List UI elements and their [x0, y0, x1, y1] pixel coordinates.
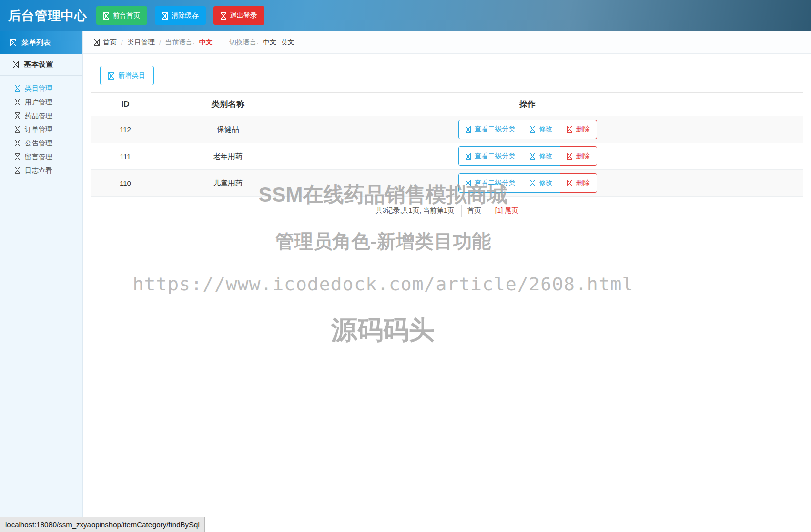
- delete-button[interactable]: 删除: [560, 173, 597, 193]
- sidebar: 菜单列表 基本设置 类目管理用户管理药品管理订单管理公告管理留言管理日志查看: [0, 31, 83, 532]
- header-buttons: 前台首页 清除缓存 退出登录: [96, 6, 264, 25]
- category-table-head: ID 类别名称 操作: [91, 93, 803, 116]
- view-subcategory-label: 查看二级分类: [475, 152, 516, 161]
- menu-item-icon: [15, 99, 20, 105]
- category-name: 保健品: [160, 116, 296, 143]
- edit-icon: [530, 126, 535, 133]
- breadcrumb-home-link[interactable]: 首页: [94, 38, 117, 47]
- add-category-label: 新增类目: [118, 71, 145, 80]
- category-id: 111: [91, 143, 160, 170]
- edit-button[interactable]: 修改: [523, 173, 560, 193]
- sidebar-item[interactable]: 公告管理: [0, 136, 82, 150]
- view-subcategory-label: 查看二级分类: [475, 125, 516, 134]
- breadcrumb-home-label: 首页: [103, 38, 117, 47]
- menu-item-icon: [15, 153, 20, 160]
- refresh-icon: [162, 12, 168, 20]
- card-toolbar: 新增类目: [91, 59, 803, 92]
- column-header-id: ID: [91, 93, 160, 116]
- plus-icon: [108, 72, 114, 80]
- sidebar-item[interactable]: 留言管理: [0, 150, 82, 164]
- delete-icon: [567, 153, 572, 160]
- clear-cache-label: 清除缓存: [171, 11, 199, 20]
- delete-button[interactable]: 删除: [560, 146, 597, 166]
- frontend-home-label: 前台首页: [113, 11, 140, 20]
- main-area: 首页 / 类目管理 / 当前语言: 中文 切换语言: 中文 英文 新增类目 ID…: [83, 31, 811, 532]
- sidebar-item[interactable]: 用户管理: [0, 95, 82, 109]
- category-actions-cell: 查看二级分类修改删除: [296, 143, 803, 170]
- column-header-name: 类别名称: [160, 93, 296, 116]
- home-icon: [103, 12, 109, 20]
- category-name: 儿童用药: [160, 170, 296, 197]
- sidebar-menu-header: 菜单列表: [0, 31, 82, 54]
- sidebar-item-label: 日志查看: [25, 166, 52, 175]
- frontend-home-button[interactable]: 前台首页: [96, 6, 147, 25]
- table-row: 112保健品查看二级分类修改删除: [91, 116, 803, 143]
- sidebar-item[interactable]: 日志查看: [0, 164, 82, 177]
- delete-button[interactable]: 删除: [560, 120, 597, 139]
- pagination-first-button[interactable]: 首页: [461, 205, 487, 217]
- search-icon: [466, 153, 471, 160]
- view-subcategory-button[interactable]: 查看二级分类: [458, 173, 523, 193]
- sidebar-section-label: 基本设置: [24, 60, 53, 69]
- sidebar-item[interactable]: 药品管理: [0, 109, 82, 123]
- menu-item-icon: [15, 140, 20, 146]
- menu-list-icon: [10, 39, 16, 46]
- switch-language-label: 切换语言:: [229, 38, 259, 47]
- action-button-group: 查看二级分类修改删除: [458, 120, 597, 139]
- delete-label: 删除: [576, 125, 590, 134]
- search-icon: [466, 126, 471, 133]
- category-actions-cell: 查看二级分类修改删除: [296, 170, 803, 197]
- pagination-summary: 共3记录,共1页, 当前第1页: [376, 206, 454, 214]
- edit-button[interactable]: 修改: [523, 146, 560, 166]
- settings-icon: [13, 61, 19, 68]
- add-category-button[interactable]: 新增类目: [100, 66, 154, 85]
- content-card: 新增类目 ID 类别名称 操作 112保健品查看二级分类修改删除111老年用药查…: [91, 59, 803, 227]
- home-icon: [94, 39, 100, 46]
- sidebar-item-label: 公告管理: [25, 139, 52, 147]
- menu-item-icon: [15, 167, 20, 174]
- top-header: 后台管理中心 前台首页 清除缓存 退出登录: [0, 0, 811, 31]
- view-subcategory-label: 查看二级分类: [475, 179, 516, 187]
- search-icon: [466, 180, 471, 186]
- sidebar-item[interactable]: 类目管理: [0, 82, 82, 95]
- clear-cache-button[interactable]: 清除缓存: [155, 6, 206, 25]
- delete-label: 删除: [576, 152, 590, 161]
- category-name: 老年用药: [160, 143, 296, 170]
- app-title: 后台管理中心: [8, 7, 87, 24]
- table-row: 111老年用药查看二级分类修改删除: [91, 143, 803, 170]
- edit-label: 修改: [539, 125, 553, 134]
- status-url-tooltip: localhost:18080/ssm_zxyaopinshop/itemCat…: [0, 517, 205, 532]
- delete-icon: [567, 126, 572, 133]
- table-row: 110儿童用药查看二级分类修改删除: [91, 170, 803, 197]
- sidebar-item-label: 类目管理: [25, 84, 52, 93]
- delete-icon: [567, 180, 572, 186]
- breadcrumb-current: 类目管理: [127, 38, 155, 47]
- view-subcategory-button[interactable]: 查看二级分类: [458, 120, 523, 139]
- column-header-actions: 操作: [296, 93, 803, 116]
- sidebar-item-label: 留言管理: [25, 152, 52, 161]
- view-subcategory-button[interactable]: 查看二级分类: [458, 146, 523, 166]
- logout-label: 退出登录: [230, 11, 257, 20]
- menu-item-icon: [15, 112, 20, 119]
- edit-button[interactable]: 修改: [523, 120, 560, 139]
- edit-label: 修改: [539, 152, 553, 161]
- sidebar-section-basic-settings[interactable]: 基本设置: [0, 54, 82, 76]
- edit-label: 修改: [539, 179, 553, 187]
- category-id: 112: [91, 116, 160, 143]
- sidebar-item-label: 订单管理: [25, 125, 52, 134]
- pagination-last-link[interactable]: [1] 尾页: [495, 206, 518, 214]
- edit-icon: [530, 153, 535, 160]
- sidebar-menu: 类目管理用户管理药品管理订单管理公告管理留言管理日志查看: [0, 76, 82, 177]
- sidebar-item-label: 用户管理: [25, 98, 52, 106]
- sidebar-menu-title: 菜单列表: [21, 38, 51, 47]
- language-option-english[interactable]: 英文: [281, 38, 295, 47]
- logout-icon: [221, 12, 226, 20]
- category-table: ID 类别名称 操作 112保健品查看二级分类修改删除111老年用药查看二级分类…: [91, 92, 803, 197]
- breadcrumb: 首页 / 类目管理 / 当前语言: 中文 切换语言: 中文 英文: [83, 31, 811, 54]
- menu-item-icon: [15, 85, 20, 92]
- language-option-chinese[interactable]: 中文: [263, 38, 277, 47]
- sidebar-item[interactable]: 订单管理: [0, 123, 82, 136]
- category-id: 110: [91, 170, 160, 197]
- sidebar-item-label: 药品管理: [25, 111, 52, 120]
- logout-button[interactable]: 退出登录: [213, 6, 264, 25]
